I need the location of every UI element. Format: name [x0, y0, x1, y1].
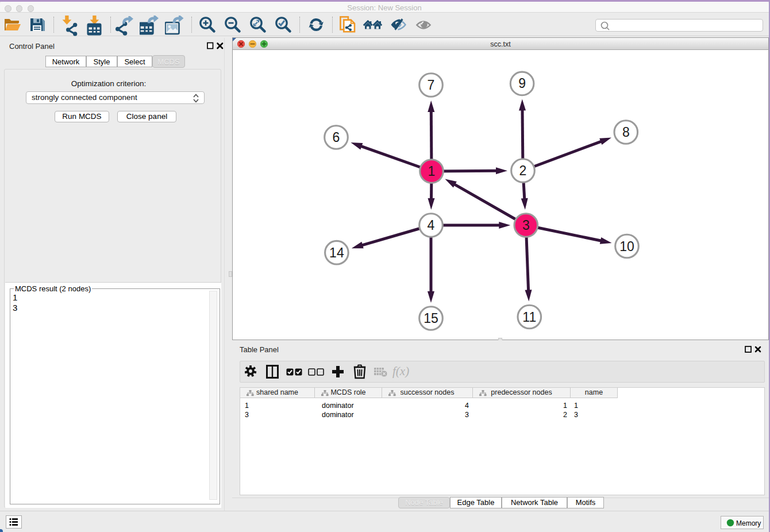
svg-text:11: 11: [522, 310, 536, 325]
svg-text:7: 7: [428, 78, 435, 92]
svg-text:3: 3: [522, 218, 530, 233]
svg-text:6: 6: [333, 130, 340, 145]
svg-text:4: 4: [428, 218, 435, 233]
svg-text:10: 10: [619, 239, 634, 254]
svg-text:9: 9: [518, 76, 526, 91]
svg-text:15: 15: [424, 311, 438, 326]
svg-text:14: 14: [329, 245, 344, 260]
svg-text:2: 2: [519, 163, 527, 178]
svg-text:8: 8: [622, 125, 630, 140]
svg-text:1: 1: [428, 164, 436, 179]
